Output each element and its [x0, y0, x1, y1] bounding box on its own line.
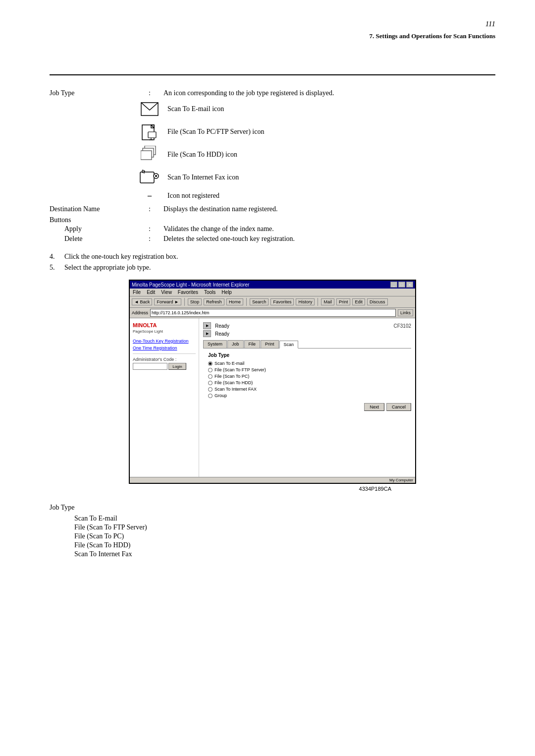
menu-file[interactable]: File: [133, 290, 141, 295]
radio-email[interactable]: [208, 361, 213, 366]
browser-content: MINOLTA PageScope Light One-Touch Key Re…: [130, 318, 415, 477]
apply-row: Apply : Validates the change of the inde…: [50, 225, 495, 233]
delete-description: Deletes the selected one-touch key regis…: [163, 235, 495, 243]
file-hdd-icon-label: File (Scan To HDD) icon: [167, 151, 237, 159]
toolbar-separator-3: [318, 298, 318, 306]
radio-hdd-row: File (Scan To HDD): [208, 380, 411, 385]
radio-fax-row: Scan To Internet FAX: [208, 387, 411, 392]
browser-menubar: File Edit View Favorites Tools Help: [130, 289, 415, 296]
browser-titlebar: Minolta PageScope Light - Microsoft Inte…: [130, 281, 415, 289]
admin-input-row: Login: [133, 363, 196, 370]
history-button[interactable]: History: [296, 298, 315, 305]
browser-job-type-section: Job Type Scan To E-mail File (Scan To FT…: [208, 352, 411, 411]
tab-system[interactable]: System: [203, 340, 227, 348]
file-ftp-icon-box: [139, 123, 160, 141]
tab-print[interactable]: Print: [261, 340, 279, 348]
svg-rect-10: [140, 172, 154, 183]
job-type-colon: :: [149, 89, 163, 97]
address-input[interactable]: [150, 309, 396, 317]
tab-job[interactable]: Job: [227, 340, 244, 348]
edit-button[interactable]: Edit: [352, 298, 365, 305]
sidebar-link-one-time[interactable]: One Time Registration: [133, 346, 196, 350]
browser-title: Minolta PageScope Light - Microsoft Inte…: [132, 282, 249, 288]
refresh-button[interactable]: Refresh: [204, 298, 224, 305]
menu-tools[interactable]: Tools: [204, 290, 215, 295]
admin-code-input[interactable]: [133, 363, 167, 370]
next-button[interactable]: Next: [364, 403, 384, 411]
fax-icon: [140, 169, 160, 186]
radio-group[interactable]: [208, 394, 213, 398]
apply-colon: :: [149, 225, 163, 233]
bottom-job-type-title: Job Type: [50, 504, 495, 512]
favorites-button[interactable]: Favorites: [270, 298, 294, 305]
radio-ftp[interactable]: [208, 368, 213, 372]
status-text-1: Ready: [215, 323, 229, 329]
menu-edit[interactable]: Edit: [147, 290, 155, 295]
apply-label: Apply: [50, 225, 149, 233]
toolbar-separator-2: [246, 298, 247, 306]
radio-pc-label: File (Scan To PC): [214, 374, 249, 379]
fax-icon-row: Scan To Internet Fax icon: [139, 169, 495, 186]
tab-file[interactable]: File: [244, 340, 261, 348]
search-button[interactable]: Search: [250, 298, 269, 305]
minolta-sub: PageScope Light: [133, 329, 196, 334]
file-ftp-icon: [141, 123, 158, 141]
fax-icon-label: Scan To Internet Fax icon: [167, 174, 239, 181]
menu-favorites[interactable]: Favorites: [178, 290, 198, 295]
page-number: 111: [485, 20, 495, 28]
cancel-button[interactable]: Cancel: [386, 403, 411, 411]
file-hdd-icon-box: [139, 146, 160, 164]
dash-icon: –: [139, 191, 160, 200]
dash-icon-label: Icon not registered: [167, 192, 219, 200]
screenshot-caption: 4334P189CA: [129, 486, 391, 492]
icon-rows: Scan To E-mail icon File (Scan To PC/FTP…: [139, 100, 495, 200]
browser-main: ▶ Ready CF3102 ▶ Ready System Job Fi: [199, 318, 415, 477]
step-4-num: 4.: [50, 253, 64, 261]
back-button[interactable]: ◄ Back: [132, 298, 152, 305]
radio-ftp-row: File (Scan To FTP Server): [208, 367, 411, 372]
print-button[interactable]: Print: [336, 298, 351, 305]
menu-help[interactable]: Help: [221, 290, 232, 295]
close-button[interactable]: ×: [406, 282, 413, 288]
login-button[interactable]: Login: [168, 363, 186, 370]
radio-hdd[interactable]: [208, 381, 213, 385]
file-hdd-icon: [141, 146, 159, 164]
forward-button[interactable]: Forward ►: [154, 298, 181, 305]
sidebar-link-one-touch[interactable]: One-Touch Key Registration: [133, 339, 196, 344]
email-icon-row: Scan To E-mail icon: [139, 100, 495, 118]
status-row-2: ▶ Ready: [203, 330, 411, 337]
buttons-title: Buttons: [50, 216, 495, 224]
step-5-text: Select the appropriate job type.: [64, 264, 495, 272]
browser-bottom-buttons: Next Cancel: [208, 403, 411, 411]
maximize-button[interactable]: □: [398, 282, 405, 288]
step-5: 5. Select the appropriate job type.: [50, 264, 495, 272]
mail-button[interactable]: Mail: [321, 298, 334, 305]
email-icon-label: Scan To E-mail icon: [167, 105, 224, 113]
file-ftp-icon-label: File (Scan To PC/FTP Server) icon: [167, 128, 264, 136]
job-type-description: An icon corresponding to the job type re…: [163, 89, 495, 97]
status-icon-2: ▶: [203, 330, 211, 337]
menu-view[interactable]: View: [161, 290, 172, 295]
file-ftp-icon-row: File (Scan To PC/FTP Server) icon: [139, 123, 495, 141]
step-4: 4. Click the one-touch key registration …: [50, 253, 495, 261]
radio-fax[interactable]: [208, 387, 213, 392]
stop-button[interactable]: Stop: [188, 298, 202, 305]
job-type-label: Job Type: [50, 89, 149, 97]
minimize-button[interactable]: _: [390, 282, 397, 288]
email-icon: [141, 102, 159, 116]
home-button[interactable]: Home: [226, 298, 243, 305]
radio-pc[interactable]: [208, 374, 213, 379]
list-item-1: File (Scan To FTP Server): [74, 523, 495, 531]
browser-screenshot: Minolta PageScope Light - Microsoft Inte…: [129, 280, 416, 484]
list-item-2: File (Scan To PC): [74, 532, 495, 540]
tab-scan[interactable]: Scan: [279, 341, 299, 349]
top-divider: [50, 74, 495, 75]
status-text-2: Ready: [215, 331, 229, 337]
destination-name-colon: :: [149, 205, 163, 213]
radio-hdd-label: File (Scan To HDD): [214, 380, 253, 385]
radio-group-row: Group: [208, 393, 411, 398]
links-button[interactable]: Links: [398, 309, 413, 316]
radio-email-row: Scan To E-mail: [208, 361, 411, 366]
destination-name-row: Destination Name : Displays the destinat…: [50, 205, 495, 213]
discuss-button[interactable]: Discuss: [367, 298, 388, 305]
